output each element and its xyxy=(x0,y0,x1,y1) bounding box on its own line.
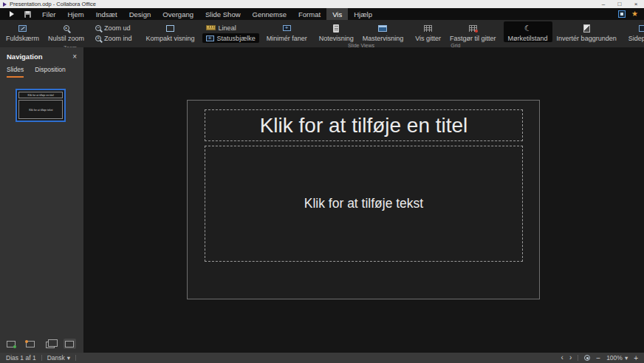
fullscreen-icon xyxy=(18,25,27,32)
close-icon[interactable]: × xyxy=(72,52,77,61)
slide-thumbnail[interactable]: Klik for at tilføje en titel Klik for at… xyxy=(16,89,66,122)
slide-canvas[interactable]: Klik for at tilføje en titel Klik for at… xyxy=(83,47,644,353)
navigation-tabs: Slides Disposition xyxy=(0,63,83,78)
menu-item-vis[interactable]: Vis xyxy=(326,8,348,20)
slide-properties-button[interactable] xyxy=(24,339,37,349)
slide-actions-toolbar xyxy=(0,339,83,353)
title-placeholder[interactable]: Klik for at tilføje en titel xyxy=(205,109,523,141)
close-button[interactable]: × xyxy=(628,0,644,8)
zoom-out-button[interactable]: − Zoom ud xyxy=(92,23,136,33)
notes-view-icon xyxy=(333,24,339,33)
ribbon-group-sidebar: Sidepanel xyxy=(624,21,644,47)
delete-slide-button[interactable] xyxy=(64,339,76,349)
compact-view-icon xyxy=(166,25,174,32)
slide-properties-icon xyxy=(26,341,35,347)
navigation-panel: Navigation × Slides Disposition Klik for… xyxy=(0,47,83,353)
fullscreen-button[interactable]: Fuldskærm xyxy=(1,21,44,42)
menu-item-hjaelp[interactable]: Hjælp xyxy=(348,8,378,20)
start-presentation-button[interactable] xyxy=(4,8,19,20)
save-button[interactable] xyxy=(19,8,36,20)
menu-item-slide-show[interactable]: Slide Show xyxy=(199,8,247,20)
dark-mode-button[interactable]: ☾ Mørketilstand xyxy=(504,21,552,42)
titlebar: Presentation.odp - Collabora Office – □ … xyxy=(0,0,644,8)
ruler-button[interactable]: Lineal xyxy=(202,23,259,33)
slide[interactable]: Klik for at tilføje en titel Klik for at… xyxy=(187,100,540,299)
thumbnail-title-box: Klik for at tilføje en titel xyxy=(18,92,63,98)
menubar: Filer Hjem Indsæt Design Overgang Slide … xyxy=(0,8,644,20)
menu-item-overgang[interactable]: Overgang xyxy=(157,8,199,20)
language-selector[interactable]: Dansk ▾ xyxy=(47,354,70,362)
body-placeholder[interactable]: Klik for at tilføje tekst xyxy=(205,146,523,262)
statusbar: Dias 1 af 1 Dansk ▾ ‹ › − 100% ▾ + xyxy=(0,353,644,363)
ribbon-group-theme: ☾ Mørketilstand Invertér baggrunden xyxy=(504,21,621,47)
ruler-icon xyxy=(206,25,216,30)
previous-slide-button[interactable]: ‹ xyxy=(561,354,564,362)
duplicate-slide-icon xyxy=(46,342,55,348)
thumbnail-body-box: Klik for at tilføje tekst xyxy=(18,100,63,119)
compact-view-button[interactable]: Kompakt visning xyxy=(142,21,199,42)
minimize-tabs-icon xyxy=(283,25,291,31)
add-slide-icon xyxy=(7,341,16,347)
menu-item-gennemse[interactable]: Gennemse xyxy=(247,8,292,20)
play-icon xyxy=(10,11,14,17)
app-logo-icon xyxy=(3,2,7,7)
menu-item-hjem[interactable]: Hjem xyxy=(61,8,89,20)
statusbar-separator xyxy=(578,355,578,361)
menubar-right-icons: ★ xyxy=(618,8,644,20)
add-slide-button[interactable] xyxy=(4,339,17,349)
menu-item-filer[interactable]: Filer xyxy=(36,8,61,20)
ribbon-group-grid: Vis gitter Fastgør til gitter Grid xyxy=(411,21,500,47)
master-view-icon xyxy=(378,25,387,32)
tab-slides[interactable]: Slides xyxy=(7,66,24,78)
zoom-in-button[interactable]: + Zoom ind xyxy=(92,33,136,43)
star-icon[interactable]: ★ xyxy=(631,10,638,18)
ribbon-group-slide-views: Notevisning Mastervisning Slide Views xyxy=(315,21,408,47)
notes-view-button[interactable]: Notevisning xyxy=(315,21,358,42)
invert-background-icon xyxy=(583,24,590,33)
snap-to-grid-icon xyxy=(469,25,477,32)
reset-zoom-icon: • xyxy=(64,25,69,31)
app-window: Presentation.odp - Collabora Office – □ … xyxy=(0,0,644,363)
next-slide-button[interactable]: › xyxy=(569,354,572,362)
sidebar-toggle-button[interactable]: Sidepanel xyxy=(624,21,644,42)
menu-item-format[interactable]: Format xyxy=(292,8,326,20)
minimize-button[interactable]: – xyxy=(595,0,612,8)
status-bar-toggle-button[interactable]: Statusbjælke xyxy=(202,33,259,43)
zoom-level-selector[interactable]: 100% ▾ xyxy=(606,354,628,362)
show-grid-icon xyxy=(424,25,432,32)
menu-item-design[interactable]: Design xyxy=(123,8,157,20)
zoom-out-icon: − xyxy=(95,25,101,31)
zoom-level: 100% xyxy=(606,354,623,362)
ribbon-vis-tab: Fuldskærm • Nulstil zoom − Zoom ud + Zoo… xyxy=(0,20,644,47)
main-area: Navigation × Slides Disposition Klik for… xyxy=(0,47,644,353)
window-title: Presentation.odp - Collabora Office xyxy=(10,1,96,7)
navigation-panel-title: Navigation xyxy=(7,52,43,61)
show-grid-button[interactable]: Vis gitter xyxy=(411,21,445,42)
sidebar-icon xyxy=(639,25,644,32)
zoom-fit-icon[interactable] xyxy=(584,355,590,361)
statusbar-separator xyxy=(41,355,42,361)
app-badge-icon[interactable] xyxy=(618,10,626,18)
dark-mode-icon: ☾ xyxy=(524,24,532,33)
ribbon-group-zoom: Fuldskærm • Nulstil zoom − Zoom ud + Zoo… xyxy=(1,21,139,47)
statusbar-separator xyxy=(75,355,76,361)
delete-slide-icon xyxy=(65,341,74,347)
tab-disposition[interactable]: Disposition xyxy=(35,66,66,78)
minimize-tabs-button[interactable]: Minimér faner xyxy=(262,21,312,42)
chevron-down-icon: ▾ xyxy=(67,354,70,362)
status-bar-icon xyxy=(206,35,214,41)
slide-count: Dias 1 af 1 xyxy=(6,354,36,362)
save-icon xyxy=(24,11,31,18)
zoom-out-control[interactable]: − xyxy=(596,354,600,362)
ribbon-group-view: Kompakt visning Lineal Statusbjælke Mini… xyxy=(142,21,312,47)
zoom-in-control[interactable]: + xyxy=(634,354,638,362)
window-controls: – □ × xyxy=(595,0,644,8)
maximize-button[interactable]: □ xyxy=(612,0,628,8)
snap-to-grid-button[interactable]: Fastgør til gitter xyxy=(445,21,501,42)
reset-zoom-button[interactable]: • Nulstil zoom xyxy=(44,21,89,42)
duplicate-slide-button[interactable] xyxy=(44,339,56,349)
invert-background-button[interactable]: Invertér baggrunden xyxy=(552,21,621,42)
menu-item-indsaet[interactable]: Indsæt xyxy=(90,8,123,20)
master-view-button[interactable]: Mastervisning xyxy=(358,21,408,42)
chevron-down-icon: ▾ xyxy=(625,354,628,362)
